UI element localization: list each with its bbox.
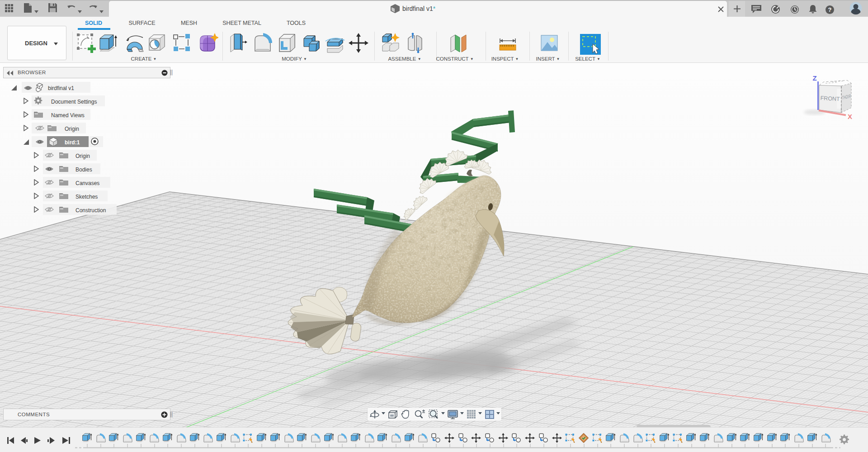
svg-text:FRONT: FRONT: [820, 95, 840, 102]
svg-text:Z: Z: [812, 74, 816, 82]
svg-text:X: X: [848, 113, 852, 120]
svg-text:?: ?: [828, 6, 832, 13]
